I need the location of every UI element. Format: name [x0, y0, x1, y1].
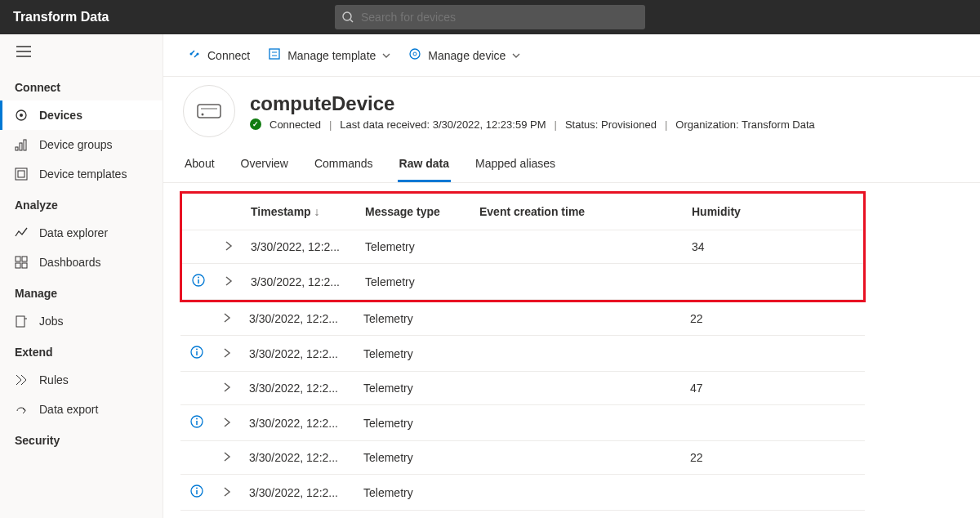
cell-message-type: Telemetry: [357, 230, 471, 264]
action-label: Connect: [207, 49, 250, 62]
connect-button[interactable]: Connect: [183, 44, 255, 66]
separator: |: [665, 118, 667, 131]
info-icon[interactable]: [192, 276, 205, 289]
cell-humidity: 22: [682, 302, 865, 336]
sidebar-item-rules[interactable]: Rules: [0, 365, 163, 395]
manage-template-button[interactable]: Manage template: [263, 44, 395, 66]
table-header-row: Timestamp ↓ Message type Event creation …: [182, 194, 863, 230]
cell-timestamp: 3/30/2022, 12:2...: [241, 441, 355, 475]
org-label: Organization: Transform Data: [675, 118, 815, 131]
col-event-creation[interactable]: Event creation time: [471, 194, 684, 230]
svg-rect-25: [198, 105, 220, 118]
expand-row-icon[interactable]: [223, 451, 231, 464]
table-row[interactable]: 3/30/2022, 12:2...Telemetry47: [180, 372, 865, 405]
svg-rect-9: [24, 140, 26, 150]
tab-about[interactable]: About: [183, 147, 216, 182]
hamburger-icon: [16, 46, 31, 57]
sidebar-item-label: Device templates: [39, 167, 127, 181]
col-message-type[interactable]: Message type: [357, 194, 471, 230]
device-header-text: computeDevice Connected | Last data rece…: [250, 92, 815, 131]
hamburger-button[interactable]: [0, 34, 163, 71]
cell-event-creation: [470, 441, 682, 475]
table-row[interactable]: 3/30/2022, 12:2...Telemetry: [180, 475, 865, 511]
tabs: About Overview Commands Raw data Mapped …: [163, 147, 980, 183]
cell-timestamp: 3/30/2022, 12:2...: [241, 302, 355, 336]
cell-message-type: Telemetry: [355, 405, 470, 441]
svg-line-1: [350, 20, 353, 22]
rules-icon: [15, 373, 28, 386]
chevron-down-icon: [512, 51, 520, 60]
sidebar-item-data-explorer[interactable]: Data explorer: [0, 218, 163, 248]
search-input[interactable]: [335, 5, 645, 29]
svg-point-39: [196, 488, 198, 489]
cell-timestamp: 3/30/2022, 12:2...: [241, 405, 355, 441]
expand-row-icon[interactable]: [223, 382, 231, 395]
cell-timestamp: 3/30/2022, 12:2...: [243, 230, 357, 264]
expand-row-icon[interactable]: [223, 417, 231, 430]
separator: |: [555, 118, 557, 131]
cell-event-creation: [470, 372, 682, 405]
table-row[interactable]: 3/30/2022, 12:2...Telemetry: [182, 264, 863, 300]
cell-timestamp: 3/30/2022, 12:2...: [241, 475, 355, 511]
sidebar-item-label: Device groups: [39, 138, 113, 151]
table-row[interactable]: 3/30/2022, 12:2...Telemetry: [180, 336, 865, 372]
info-icon[interactable]: [190, 418, 203, 431]
sidebar-item-device-groups[interactable]: Device groups: [0, 130, 163, 159]
tab-commands[interactable]: Commands: [313, 147, 375, 182]
sidebar-item-devices[interactable]: Devices: [0, 100, 163, 130]
info-icon[interactable]: [190, 487, 203, 500]
sidebar-item-label: Devices: [39, 109, 82, 122]
table-row[interactable]: 3/30/2022, 12:2...Telemetry22: [180, 302, 865, 336]
sidebar-item-data-export[interactable]: Data export: [0, 395, 163, 424]
cell-event-creation: [470, 405, 682, 441]
last-data-label: Last data received: 3/30/2022, 12:23:59 …: [340, 118, 546, 131]
expand-row-icon[interactable]: [225, 240, 233, 253]
info-icon[interactable]: [190, 348, 203, 361]
separator: |: [329, 118, 332, 131]
search-icon: [341, 11, 354, 24]
sidebar-item-dashboards[interactable]: Dashboards: [0, 248, 163, 277]
cell-message-type: Telemetry: [357, 264, 471, 300]
col-humidity[interactable]: Humidity: [684, 194, 863, 230]
sidebar-item-device-templates[interactable]: Device templates: [0, 159, 163, 189]
sidebar-item-jobs[interactable]: Jobs: [0, 306, 163, 336]
svg-rect-8: [20, 143, 22, 150]
svg-rect-20: [270, 49, 279, 59]
tab-overview[interactable]: Overview: [239, 147, 290, 182]
section-security: Security: [0, 424, 163, 453]
cell-message-type: Telemetry: [355, 372, 470, 405]
table-row[interactable]: 3/30/2022, 12:2...Telemetry34: [182, 230, 863, 264]
action-label: Manage device: [428, 49, 506, 62]
table-row[interactable]: 3/30/2022, 12:2...Telemetry: [180, 405, 865, 441]
main-content: Connect Manage template Manage device co…: [163, 34, 980, 518]
expand-row-icon[interactable]: [223, 347, 231, 360]
manage-device-button[interactable]: Manage device: [403, 44, 525, 66]
expand-row-icon[interactable]: [225, 275, 233, 288]
expand-row-icon[interactable]: [223, 312, 231, 325]
tab-mapped-aliases[interactable]: Mapped aliases: [474, 147, 557, 182]
cell-event-creation: [470, 475, 682, 511]
table-row[interactable]: 3/30/2022, 12:2...Telemetry22: [180, 441, 865, 475]
svg-rect-11: [18, 171, 24, 177]
sidebar: Connect Devices Device groups Device tem…: [0, 34, 163, 518]
cell-event-creation: [471, 230, 684, 264]
svg-point-30: [198, 277, 199, 279]
jobs-icon: [15, 315, 28, 328]
device-avatar: [183, 85, 235, 137]
device-title: computeDevice: [250, 92, 815, 115]
top-bar: Transform Data: [0, 0, 980, 34]
devices-icon: [15, 109, 28, 122]
device-header: computeDevice Connected | Last data rece…: [163, 77, 980, 147]
raw-data-table: Timestamp ↓ Message type Event creation …: [182, 194, 863, 300]
cell-humidity: [682, 405, 865, 441]
cell-humidity: [682, 475, 865, 511]
sort-desc-icon: ↓: [314, 205, 320, 218]
expand-row-icon[interactable]: [223, 486, 231, 499]
col-timestamp[interactable]: Timestamp ↓: [243, 194, 357, 230]
svg-point-23: [410, 49, 420, 59]
cell-humidity: 34: [684, 230, 863, 264]
svg-rect-16: [16, 316, 24, 327]
app-title: Transform Data: [13, 10, 109, 25]
svg-point-18: [190, 53, 193, 56]
tab-raw-data[interactable]: Raw data: [398, 147, 451, 182]
